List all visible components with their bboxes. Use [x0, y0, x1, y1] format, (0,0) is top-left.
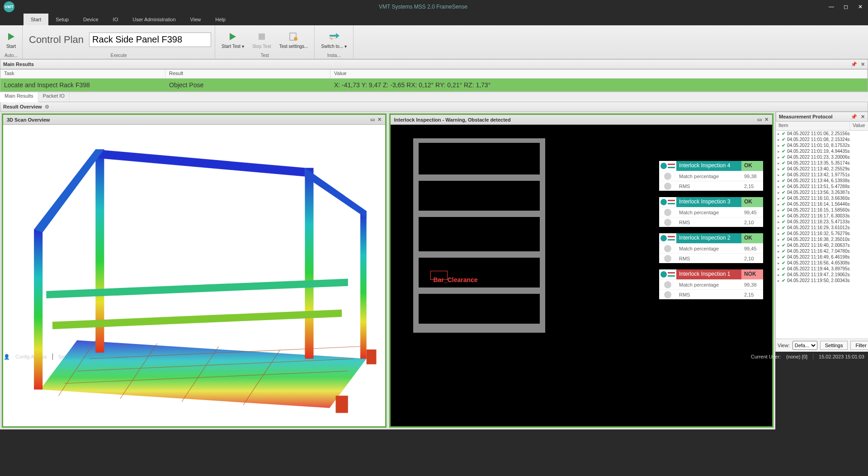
maximize-pane-icon[interactable]: ▭: [757, 117, 762, 123]
mp-row[interactable]: ▸✔04.05.2022 11:16:49, 6.46198s: [776, 254, 868, 260]
mp-row[interactable]: ▸✔04.05.2022 11:13:42, 1.97751s: [776, 172, 868, 178]
mp-row[interactable]: ▸✔04.05.2022 11:16:40, 2.00637s: [776, 242, 868, 248]
ribbon-group-install-label: Insta...: [327, 53, 341, 58]
mp-row[interactable]: ▸✔04.05.2022 11:19:47, 2.19062s: [776, 272, 868, 278]
chevron-right-icon: ▸: [778, 273, 780, 277]
mp-row-text: 04.05.2022 11:01:19, 4.94435s: [787, 149, 849, 154]
mp-row[interactable]: ▸✔04.05.2022 11:01:23, 3.20006s: [776, 154, 868, 160]
mp-row[interactable]: ▸✔04.05.2022 11:13:51, 5.47288s: [776, 184, 868, 189]
maximize-button[interactable]: ◻: [842, 3, 850, 11]
check-icon: ✔: [782, 160, 785, 165]
mp-row[interactable]: ▸✔04.05.2022 11:01:06, 2.25156s: [776, 131, 868, 137]
mp-row[interactable]: ▸✔04.05.2022 11:16:38, 2.35010s: [776, 236, 868, 242]
switch-to-button[interactable]: Switch to... ▾: [318, 29, 349, 50]
mp-row[interactable]: ▸✔04.05.2022 11:19:44, 3.89795s: [776, 266, 868, 272]
check-icon: ✔: [782, 237, 785, 242]
mp-row[interactable]: ▸✔04.05.2022 11:19:50, 2.00343s: [776, 278, 868, 283]
minimize-button[interactable]: —: [827, 3, 835, 11]
tab-main-results[interactable]: Main Results: [0, 92, 38, 102]
mp-row[interactable]: ▸✔04.05.2022 11:16:17, 6.30033s: [776, 213, 868, 219]
gear-icon[interactable]: ⚙: [45, 104, 49, 110]
mp-row[interactable]: ▸✔04.05.2022 11:16:15, 1.58560s: [776, 207, 868, 213]
mp-row[interactable]: ▸✔04.05.2022 11:13:56, 3.26387s: [776, 189, 868, 195]
mp-row-text: 04.05.2022 11:16:29, 3.61012s: [787, 225, 849, 230]
view-interlock: Interlock Inspection - Warning, Obstacle…: [389, 113, 774, 428]
mp-filter-button[interactable]: Filter: [850, 341, 868, 350]
check-icon: ✔: [782, 219, 785, 224]
menu-help[interactable]: Help: [208, 14, 233, 25]
mp-row[interactable]: ▸✔04.05.2022 11:16:23, 5.47133s: [776, 219, 868, 225]
mp-row[interactable]: ▸✔04.05.2022 11:16:32, 5.76279s: [776, 231, 868, 236]
svg-marker-18: [34, 149, 104, 232]
mp-row[interactable]: ▸✔04.05.2022 11:16:56, 4.65308s: [776, 260, 868, 266]
col-task[interactable]: Task: [0, 70, 165, 78]
check-icon: ✔: [782, 196, 785, 201]
close-pane-icon[interactable]: ✕: [377, 117, 382, 123]
maximize-pane-icon[interactable]: ▭: [370, 117, 375, 123]
start-auto-button[interactable]: Start: [2, 29, 20, 50]
measurement-protocol-list[interactable]: ▸✔04.05.2022 11:01:06, 2.25156s▸✔04.05.2…: [776, 131, 868, 339]
mp-row-text: 04.05.2022 11:16:42, 7.04780s: [787, 249, 849, 254]
close-panel-icon[interactable]: ✕: [861, 114, 865, 120]
mp-row[interactable]: ▸✔04.05.2022 11:13:40, 2.25529s: [776, 166, 868, 172]
close-pane-icon[interactable]: ✕: [764, 117, 769, 123]
svg-rect-22: [336, 396, 348, 413]
mp-row-text: 04.05.2022 11:16:10, 3.66360s: [787, 196, 849, 201]
mp-row[interactable]: ▸✔04.05.2022 11:16:42, 7.04780s: [776, 248, 868, 254]
stop-test-button[interactable]: Stop Test: [250, 29, 274, 50]
close-panel-icon[interactable]: ✕: [861, 61, 865, 67]
mp-row[interactable]: ▸✔04.05.2022 11:16:10, 3.66360s: [776, 195, 868, 201]
rms-label: RMS: [676, 220, 741, 225]
start-test-button[interactable]: Start Test ▾: [219, 29, 247, 50]
match-value: 99,45: [741, 246, 763, 251]
mp-view-select[interactable]: Defa...: [793, 341, 817, 350]
close-button[interactable]: ✕: [856, 3, 864, 11]
col-result[interactable]: Result: [165, 70, 330, 78]
mp-row[interactable]: ▸✔04.05.2022 11:16:29, 3.61012s: [776, 225, 868, 231]
play-icon: [226, 30, 239, 43]
mp-row[interactable]: ▸✔04.05.2022 11:01:08, 2.15324s: [776, 137, 868, 142]
interlock-card-3[interactable]: Interlock Inspection 3OKMatch percentage…: [659, 197, 763, 227]
mp-row[interactable]: ▸✔04.05.2022 11:13:44, 6.13938s: [776, 178, 868, 184]
card-status: OK: [741, 197, 763, 207]
pin-icon[interactable]: 📌: [851, 114, 857, 120]
interlock-card-2[interactable]: Interlock Inspection 2OKMatch percentage…: [659, 233, 763, 263]
test-settings-button[interactable]: Test settings...: [276, 29, 311, 50]
menu-user-administration[interactable]: User Administration: [125, 14, 183, 25]
rms-label: RMS: [676, 184, 741, 189]
mp-settings-button[interactable]: Settings: [820, 341, 848, 350]
main-results-tabs: Main ResultsPacket IO: [0, 92, 868, 102]
mp-row[interactable]: ▸✔04.05.2022 11:13:35, 5.35174s: [776, 160, 868, 166]
chevron-right-icon: ▸: [778, 173, 780, 177]
view-interlock-body[interactable]: Bar_Clearance Interlock Inspection 4OKMa…: [391, 125, 773, 426]
view-3d-scan-body[interactable]: [3, 125, 385, 426]
pin-icon[interactable]: 📌: [851, 61, 857, 67]
check-icon: ✔: [782, 131, 785, 136]
tab-packet-io[interactable]: Packet IO: [38, 92, 70, 102]
menu-setup[interactable]: Setup: [48, 14, 76, 25]
menu-device[interactable]: Device: [76, 14, 106, 25]
mp-col-value[interactable]: Value: [850, 122, 868, 130]
interlock-card-1[interactable]: Interlock Inspection 1NOKMatch percentag…: [659, 269, 763, 299]
check-icon: ✔: [782, 225, 785, 230]
menu-io[interactable]: IO: [106, 14, 126, 25]
mp-row[interactable]: ▸✔04.05.2022 11:01:10, 8.17532s: [776, 142, 868, 148]
mp-row-text: 04.05.2022 11:16:23, 5.47133s: [787, 219, 849, 224]
menu-start[interactable]: Start: [24, 14, 48, 25]
control-plan-select[interactable]: [89, 33, 211, 47]
mp-row[interactable]: ▸✔04.05.2022 11:16:14, 1.56446s: [776, 201, 868, 207]
chevron-right-icon: ▸: [778, 184, 780, 189]
check-icon: ✔: [782, 278, 785, 283]
chevron-right-icon: ▸: [778, 267, 780, 271]
col-value[interactable]: Value: [330, 70, 868, 78]
chevron-right-icon: ▸: [778, 132, 780, 136]
chevron-right-icon: ▸: [778, 208, 780, 212]
result-row[interactable]: Locate and Inspect Rack F398 Object Pose…: [0, 79, 868, 91]
stop-icon: [255, 30, 268, 43]
interlock-card-4[interactable]: Interlock Inspection 4OKMatch percentage…: [659, 161, 763, 191]
result-value: X: -41,73 Y: 9,47 Z: -3,65 RX: 0,12° RY:…: [330, 81, 868, 89]
menu-view[interactable]: View: [183, 14, 208, 25]
mp-row[interactable]: ▸✔04.05.2022 11:01:19, 4.94435s: [776, 148, 868, 154]
mp-col-item[interactable]: Item: [776, 122, 850, 130]
svg-marker-0: [8, 33, 14, 40]
